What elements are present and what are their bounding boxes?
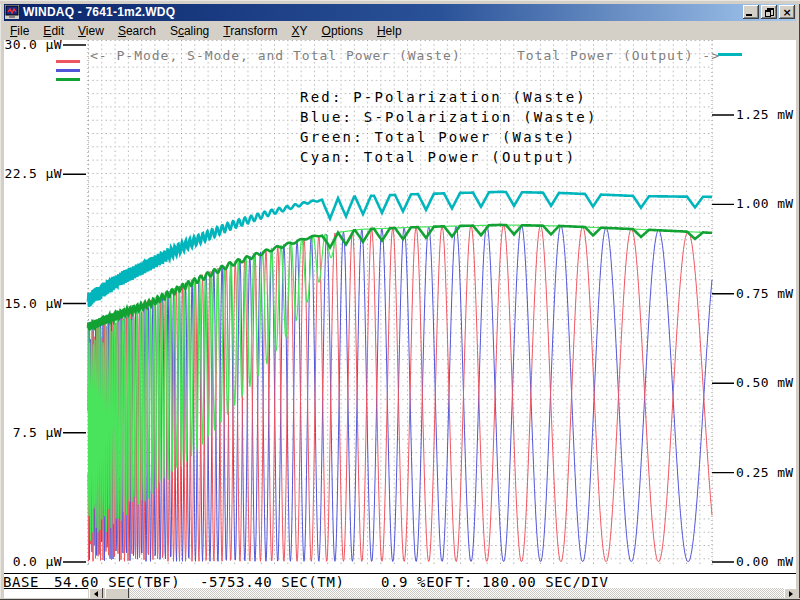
close-icon: ×	[782, 7, 791, 18]
status-bar: BASE 54.60 SEC(TBF) -5753.40 SEC(TM) 0.9…	[0, 573, 800, 589]
close-button[interactable]: ×	[779, 5, 795, 19]
window-title: WINDAQ - 7641-1m2.WDQ	[23, 5, 175, 19]
channel-marker-blue	[56, 69, 80, 72]
left-axis-label-15: 15.0 μW	[0, 296, 62, 311]
windaq-window: WINDAQ - 7641-1m2.WDQ × File Edit View S…	[0, 0, 800, 600]
menu-help[interactable]: Help	[370, 22, 409, 40]
menu-edit[interactable]: Edit	[36, 22, 71, 40]
window-border-left	[0, 0, 4, 600]
menu-scaling[interactable]: Scaling	[163, 22, 216, 40]
chart-area[interactable]: <- P-Mode, S-Mode, and Total Power (Wast…	[0, 40, 800, 573]
menu-options[interactable]: Options	[315, 22, 370, 40]
restore-icon	[765, 8, 772, 15]
legend-green: Green: Total Power (Waste)	[300, 129, 576, 145]
right-axis-label-0-75: 0.75 mW	[736, 286, 794, 301]
left-axis-label-0: 0.0 μW	[0, 554, 62, 569]
annotation-output-channel: Total Power (Output) ->	[517, 48, 720, 63]
right-axis-label-0-50: 0.50 mW	[736, 375, 794, 390]
annotation-waste-channels: <- P-Mode, S-Mode, and Total Power (Wast…	[90, 48, 461, 63]
channel-marker-cyan	[718, 53, 742, 56]
windaq-app-icon	[5, 5, 19, 19]
window-border-top	[0, 0, 800, 4]
right-axis-label-0-25: 0.25 mW	[736, 465, 794, 480]
channel-marker-red	[56, 60, 80, 63]
right-axis-label-1-25: 1.25 mW	[736, 107, 794, 122]
right-axis-label-0-00: 0.00 mW	[736, 554, 794, 569]
menu-bar: File Edit View Search Scaling Transform …	[3, 21, 797, 40]
minimize-button[interactable]	[743, 5, 759, 19]
legend-blue: Blue: S-Polarization (Waste)	[300, 109, 598, 125]
right-arrow-icon	[789, 591, 793, 597]
left-axis-label-7-5: 7.5 μW	[0, 425, 62, 440]
restore-button[interactable]	[761, 5, 777, 19]
menu-search[interactable]: Search	[111, 22, 163, 40]
window-titlebar[interactable]: WINDAQ - 7641-1m2.WDQ ×	[3, 3, 797, 21]
menu-view[interactable]: View	[71, 22, 111, 40]
menu-file[interactable]: File	[3, 22, 36, 40]
legend-red: Red: P-Polarization (Waste)	[300, 89, 587, 105]
channel-marker-green	[56, 78, 80, 81]
right-axis-label-1-00: 1.00 mW	[736, 196, 794, 211]
menu-xy[interactable]: XY	[285, 22, 315, 40]
menu-transform[interactable]: Transform	[216, 22, 284, 40]
left-arrow-icon	[94, 591, 98, 597]
left-axis-label-22-5: 22.5 μW	[0, 166, 62, 181]
minimize-icon	[746, 14, 752, 16]
window-border-right	[796, 0, 800, 600]
legend-cyan: Cyan: Total Power (Output)	[300, 149, 576, 165]
